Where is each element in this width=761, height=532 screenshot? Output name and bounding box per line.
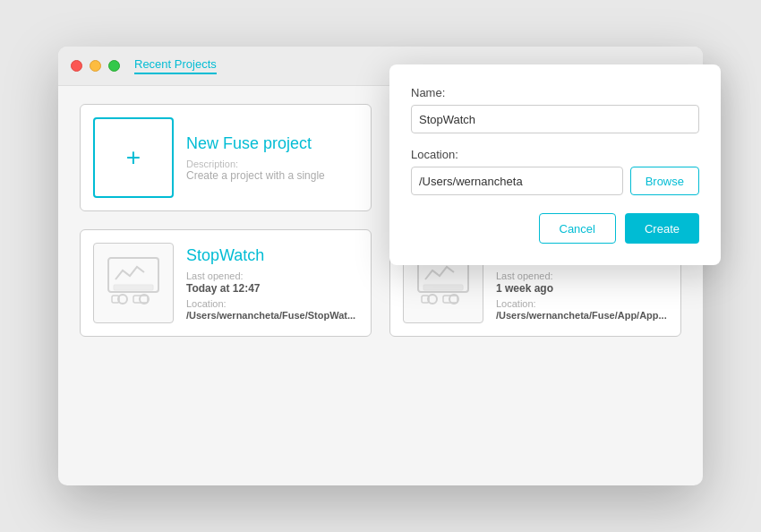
svg-rect-11 [423,285,463,290]
stopwatch-thumbnail [93,243,174,323]
stopwatch-project-card[interactable]: StopWatch Last opened: Today at 12:47 Lo… [80,229,372,337]
new-project-description: Description: Create a project with a sin… [186,159,358,182]
minimize-button[interactable] [90,60,101,72]
new-project-name: New Fuse project [186,134,358,153]
stopwatch-last-opened-value: Today at 12:47 [186,282,358,295]
stopwatch-last-opened-label: Last opened: [186,270,358,281]
location-field: Location: Browse [411,148,699,195]
svg-rect-5 [114,285,153,290]
location-row: Browse [411,167,699,195]
stopwatch-location-path: /Users/wernancheta/Fuse/StopWat... [186,310,358,321]
location-label: Location: [411,148,699,161]
name-field: Name: [411,86,699,133]
create-button[interactable]: Create [625,213,699,244]
window-title: Recent Projects [134,57,217,74]
dialog-actions: Cancel Create [411,213,699,244]
name-input[interactable] [411,105,699,133]
browse-button[interactable]: Browse [630,167,699,195]
main-window: Recent Projects + New Fuse project Descr… [58,47,703,485]
location-input[interactable] [411,167,623,195]
app-location-label: Location: [496,298,668,309]
new-project-thumbnail: + [93,117,174,198]
thumbnail-icon [105,254,162,312]
close-button[interactable] [71,60,82,72]
new-project-info: New Fuse project Description: Create a p… [186,134,358,182]
name-label: Name: [411,86,699,99]
app-last-opened-label: Last opened: [496,270,668,281]
plus-icon: + [126,145,141,170]
stopwatch-location-label: Location: [186,298,358,309]
stopwatch-project-name: StopWatch [186,246,358,265]
stopwatch-project-info: StopWatch Last opened: Today at 12:47 Lo… [186,246,358,321]
new-project-card[interactable]: + New Fuse project Description: Create a… [80,104,372,211]
maximize-button[interactable] [108,60,120,72]
cancel-button[interactable]: Cancel [539,213,616,244]
create-project-dialog: Name: Location: Browse Cancel Create [389,64,721,265]
app-last-opened-value: 1 week ago [496,282,668,295]
app-location-path: /Users/wernancheta/Fuse/App/App... [496,310,668,321]
